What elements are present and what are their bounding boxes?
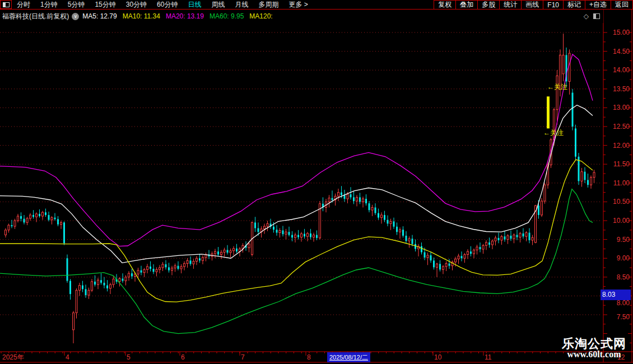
candle-body-down <box>32 215 34 217</box>
candle-body-up <box>347 194 348 199</box>
candle-body-down <box>504 236 506 239</box>
candle-body-up <box>60 222 62 224</box>
candlestick-chart-canvas[interactable]: ←关注←关注15.0014.5014.0013.5013.0012.5012.0… <box>0 0 633 364</box>
candle-body-down <box>572 93 574 127</box>
candle-body-down <box>104 283 105 286</box>
candle-body-up <box>119 278 120 281</box>
diejia-button[interactable]: 叠加 <box>456 0 478 9</box>
date-highlight-box: 2025/08/12/二 <box>327 352 370 362</box>
candle-body-down <box>178 266 179 269</box>
candle-body-down <box>304 234 305 237</box>
candle-body-up <box>590 178 592 185</box>
price-axis-label: 15.00 <box>613 29 630 36</box>
candle-body-down <box>150 267 151 269</box>
tab-15min[interactable]: 15分钟 <box>90 0 120 9</box>
candle-body-up <box>26 218 28 222</box>
tab-60min[interactable]: 60分钟 <box>152 0 183 9</box>
tab-multiperiod[interactable]: 多周期 <box>253 0 283 9</box>
window-split-button[interactable] <box>0 0 12 9</box>
duogu-button[interactable]: 多股 <box>478 0 500 9</box>
tab-fenshi[interactable]: 分时 <box>12 0 35 9</box>
date-axis-month-label: 4 <box>66 353 69 361</box>
price-axis-label: 13.50 <box>613 85 630 93</box>
candle-body-down <box>106 286 108 288</box>
candle-body-down <box>258 228 259 232</box>
ma-line-ma5 <box>0 105 593 263</box>
price-axis-label: 8.50 <box>617 273 630 281</box>
candle-body-up <box>51 218 53 220</box>
price-axis-label: 14.00 <box>613 66 630 74</box>
period-tabs: 分时 1分钟 5分钟 15分钟 30分钟 60分钟 日线 周线 月线 多周期 更… <box>12 0 313 9</box>
candle-body-up <box>371 207 373 210</box>
candle-body-up <box>76 290 77 312</box>
candle-body-down <box>488 242 490 245</box>
diamond-icon[interactable]: ◇ <box>584 12 589 20</box>
candle-body-down <box>85 289 87 295</box>
chevron-down-icon[interactable]: ∨ <box>72 13 79 20</box>
candle-body-up <box>455 259 457 262</box>
candle-body-up <box>285 232 287 234</box>
biaoji-button[interactable]: 标记 <box>564 0 585 9</box>
candle-body-down <box>20 216 22 219</box>
tab-daily[interactable]: 日线 <box>183 0 206 9</box>
candle-body-up <box>495 238 496 241</box>
candle-body-up <box>476 247 478 250</box>
ma-line-ma20 <box>0 54 593 246</box>
tab-monthly[interactable]: 月线 <box>230 0 253 9</box>
back-button[interactable]: 返回 <box>611 0 633 9</box>
candle-body-down <box>350 194 352 197</box>
symbol-title[interactable]: 福蓉科技(日线.前复权) <box>0 12 69 21</box>
candle-body-down <box>430 255 432 260</box>
candle-body-up <box>519 234 521 237</box>
candle-body-down <box>165 264 167 267</box>
candle-body-down <box>11 225 13 226</box>
candle-body-up <box>215 251 216 254</box>
candle-body-up <box>110 284 111 288</box>
candle-body-down <box>461 256 463 258</box>
split-panel-icon-2[interactable] <box>593 13 600 19</box>
candle-body-up <box>147 267 148 269</box>
tab-30min[interactable]: 30分钟 <box>121 0 152 9</box>
tab-1min[interactable]: 1分钟 <box>35 0 63 9</box>
candle-body-down <box>439 264 441 269</box>
price-axis-label: 13.00 <box>613 104 630 111</box>
price-axis-label: 12.50 <box>613 123 630 130</box>
add-watchlist-button[interactable]: +自选 <box>585 0 611 9</box>
tab-5min[interactable]: 5分钟 <box>63 0 90 9</box>
candle-body-down <box>190 260 192 264</box>
huaxian-button[interactable]: 画线 <box>522 0 543 9</box>
fuquan-button[interactable]: 复权 <box>434 0 456 9</box>
candle-body-down <box>449 264 450 266</box>
candle-body-up <box>593 172 595 178</box>
candle-body-up <box>91 282 93 290</box>
watermark-site-name: 乐淘公式网 <box>562 337 626 350</box>
price-axis-label: 11.00 <box>613 179 630 187</box>
candle-body-down <box>82 286 83 290</box>
candle-body-up <box>307 234 309 236</box>
candle-body-down <box>273 227 274 230</box>
candle-body-up <box>143 269 145 272</box>
date-axis-year-label: 2025年 <box>2 353 24 361</box>
candle-body-up <box>230 251 231 253</box>
candle-body-down <box>48 215 50 220</box>
ma5-readout: MA5: 12.79 <box>82 12 117 20</box>
tab-weekly[interactable]: 周线 <box>206 0 230 9</box>
title-bar-icons: ◇ <box>584 12 603 20</box>
candle-body-down <box>199 258 201 260</box>
tab-more[interactable]: 更多 > <box>283 0 313 9</box>
candle-body-up <box>328 198 330 202</box>
candle-body-down <box>421 246 422 253</box>
tongji-button[interactable]: 统计 <box>500 0 522 9</box>
f10-button[interactable]: F10 <box>543 0 564 9</box>
candle-body-down <box>297 235 299 237</box>
price-axis-label: 9.50 <box>617 236 630 244</box>
candle-body-down <box>282 230 284 234</box>
candle-body-down <box>63 222 65 243</box>
candle-body-down <box>217 251 219 254</box>
candle-body-up <box>30 215 31 218</box>
candle-body-up <box>193 262 194 264</box>
date-axis-month-label: 5 <box>127 353 131 361</box>
split-panel-icon <box>3 2 10 7</box>
candle-body-down <box>587 180 589 185</box>
candle-body-up <box>267 223 268 226</box>
